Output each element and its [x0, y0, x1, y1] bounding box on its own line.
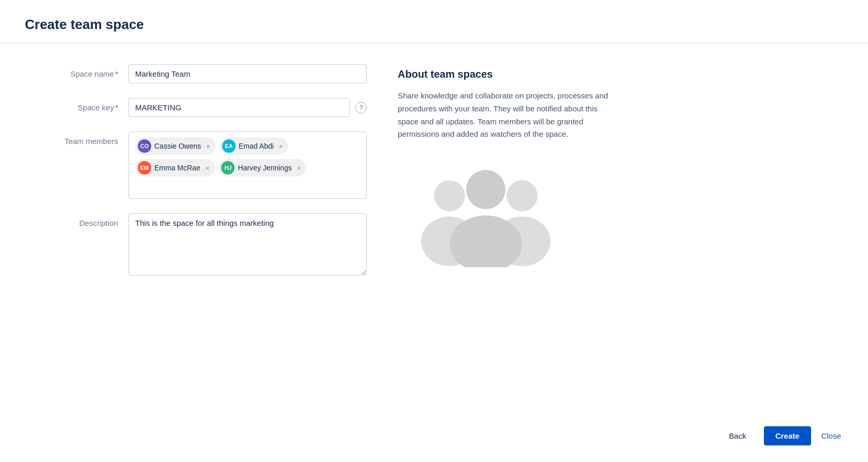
remove-emad-button[interactable]: ×	[279, 143, 283, 150]
space-key-label: Space key*	[25, 98, 128, 112]
member-tag-cassie: CO Cassie Owens ×	[135, 137, 215, 155]
space-name-input[interactable]	[128, 64, 367, 83]
svg-point-2	[507, 180, 538, 211]
required-star-key: *	[115, 103, 118, 112]
avatar-emma: EM	[138, 161, 151, 175]
space-name-row: Space name*	[25, 64, 367, 83]
remove-emma-button[interactable]: ×	[206, 165, 210, 171]
team-members-label: Team members	[25, 132, 128, 146]
avatar-emad: EA	[222, 139, 236, 153]
dialog-title: Create team space	[25, 17, 843, 33]
create-button[interactable]: Create	[764, 426, 811, 445]
avatar-cassie: CO	[138, 139, 151, 153]
svg-point-0	[434, 180, 465, 211]
team-members-box[interactable]: CO Cassie Owens × EA Emad Abdi × EM Emma…	[128, 132, 367, 199]
member-tag-emad: EA Emad Abdi ×	[220, 137, 288, 155]
info-section: About team spaces Share knowledge and co…	[398, 64, 843, 412]
member-name-emma: Emma McRae	[154, 164, 200, 172]
member-name-emad: Emad Abdi	[239, 142, 274, 150]
avatar-harvey: HJ	[221, 161, 235, 175]
description-row: Description This is the space for all th…	[25, 213, 367, 276]
required-star: *	[115, 69, 118, 78]
space-key-wrapper: ?	[128, 98, 367, 117]
member-tag-emma: EM Emma McRae ×	[135, 159, 214, 177]
team-illustration	[398, 153, 843, 269]
dialog-header: Create team space	[0, 0, 868, 44]
info-body: Share knowledge and collaborate on proje…	[398, 90, 615, 141]
member-name-harvey: Harvey Jennings	[238, 164, 292, 172]
create-team-space-dialog: Create team space Space name* Space key*…	[0, 0, 868, 462]
dialog-footer: Back Create Close	[0, 412, 868, 462]
member-tag-harvey: HJ Harvey Jennings ×	[219, 159, 306, 177]
help-icon[interactable]: ?	[355, 102, 367, 113]
remove-cassie-button[interactable]: ×	[206, 143, 210, 150]
remove-harvey-button[interactable]: ×	[297, 165, 301, 171]
info-title: About team spaces	[398, 68, 843, 80]
space-key-row: Space key* ?	[25, 98, 367, 117]
space-key-input[interactable]	[128, 98, 350, 117]
description-input[interactable]: This is the space for all things marketi…	[128, 213, 367, 276]
space-name-label: Space name*	[25, 64, 128, 78]
close-button[interactable]: Close	[819, 426, 843, 445]
dialog-body: Space name* Space key* ? Team members	[0, 44, 868, 412]
back-button[interactable]: Back	[720, 426, 756, 445]
team-members-row: Team members CO Cassie Owens × EA Emad A…	[25, 132, 367, 199]
description-label: Description	[25, 213, 128, 227]
form-section: Space name* Space key* ? Team members	[25, 64, 367, 412]
member-name-cassie: Cassie Owens	[154, 142, 201, 150]
illustration-svg	[398, 153, 574, 267]
svg-point-4	[466, 170, 505, 209]
